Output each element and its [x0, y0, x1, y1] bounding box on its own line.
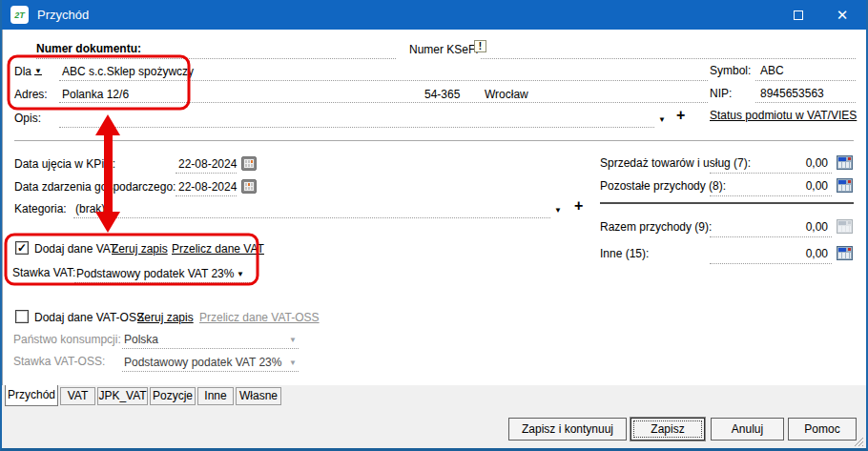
adres-field[interactable] — [59, 102, 708, 103]
symbol-label: Symbol: — [710, 64, 751, 77]
dodaj-dane-vat-checkbox[interactable]: ✓ — [15, 241, 29, 255]
dla-value[interactable]: ABC s.c.Sklep spożywczy — [62, 65, 194, 78]
numer-dokumentu-label: Numer dokumentu: — [36, 42, 141, 55]
nip-label: NIP: — [710, 87, 732, 100]
data-kpir-calendar-icon[interactable] — [241, 156, 257, 171]
postal-code-value[interactable]: 54-365 — [424, 88, 460, 101]
stawka-vat-field[interactable] — [74, 282, 250, 283]
sprzedaz-field[interactable] — [710, 173, 832, 174]
pomoc-button[interactable]: Pomoc — [788, 418, 857, 441]
pozostale-label: Pozostałe przychody (8): — [600, 179, 726, 193]
symbol-field[interactable] — [755, 80, 856, 81]
data-kpir-value[interactable]: 22-08-2024 — [178, 157, 237, 171]
panstwo-dropdown-icon: ▼ — [289, 337, 297, 344]
sprzedaz-label: Sprzedaż towarów i usług (7): — [600, 156, 751, 170]
razem-field — [710, 236, 832, 237]
kategoria-label: Kategoria: — [14, 202, 67, 215]
data-zdarzenia-label: Data zdarzenia gospodarczego: — [14, 180, 176, 194]
vat-przelicz-link[interactable]: Przelicz dane VAT — [172, 242, 264, 256]
zapisz-button[interactable]: Zapisz — [630, 418, 705, 441]
opis-dropdown-icon[interactable]: ▼ — [658, 116, 666, 124]
maximize-icon — [794, 10, 803, 20]
dla-label[interactable]: Dla▼ — [14, 65, 42, 78]
app-icon: 2T — [10, 6, 29, 24]
vat-oss-przelicz-link: Przelicz dane VAT-OSS — [199, 311, 320, 324]
razem-calculator-icon — [837, 219, 853, 234]
tab-wlasne[interactable]: Własne — [236, 387, 281, 405]
tab-vat[interactable]: VAT — [60, 387, 95, 405]
stawka-vat-oss-label: Stawka VAT-OSS: — [13, 355, 105, 368]
opis-label: Opis: — [14, 112, 41, 125]
close-button[interactable]: ✕ — [820, 0, 864, 30]
section-divider — [14, 140, 854, 141]
panstwo-konsumpcji-value: Polska — [124, 333, 158, 346]
ksef-info-icon[interactable]: ! — [474, 40, 486, 52]
symbol-value[interactable]: ABC — [760, 64, 784, 77]
titlebar: 2T Przychód — [0, 0, 868, 30]
tab-inne[interactable]: Inne — [197, 387, 234, 405]
pozostale-value[interactable]: 0,00 — [742, 179, 828, 193]
anuluj-button[interactable]: Anuluj — [711, 418, 784, 441]
pozostale-field[interactable] — [710, 195, 832, 196]
vat-vies-link[interactable]: Status podmiotu w VAT/VIES — [710, 109, 857, 122]
stawka-vat-oss-value: Podstawowy podatek VAT 23% — [124, 356, 281, 369]
kategoria-field[interactable] — [73, 217, 550, 218]
inne-field[interactable] — [710, 263, 832, 264]
numer-dokumentu-field[interactable] — [36, 58, 396, 59]
opis-add-icon[interactable]: + — [676, 109, 685, 122]
data-zdarzenia-value[interactable]: 22-08-2024 — [178, 180, 237, 194]
stawka-vat-oss-field — [122, 371, 299, 372]
stawka-vat-label: Stawka VAT: — [12, 266, 75, 279]
sprzedaz-calculator-icon[interactable] — [837, 155, 853, 170]
nip-field[interactable] — [755, 102, 856, 103]
nip-value[interactable]: 8945653563 — [760, 87, 824, 100]
vat-zeruj-zapis-link[interactable]: Zeruj zapis — [112, 242, 168, 256]
stawka-vat-value[interactable]: Podstawowy podatek VAT 23% — [76, 267, 234, 280]
kategoria-value[interactable]: (brak) — [75, 202, 105, 215]
zapisz-i-kontynuuj-button[interactable]: Zapisz i kontynuuj — [508, 418, 627, 441]
panstwo-konsumpcji-field — [122, 348, 299, 349]
dodaj-dane-vat-oss-checkbox[interactable] — [15, 310, 29, 323]
dla-dropdown-icon[interactable]: ▼ — [34, 67, 42, 75]
inne-calculator-icon[interactable] — [837, 246, 853, 260]
razem-value: 0,00 — [742, 220, 828, 234]
razem-label: Razem przychody (9): — [600, 220, 712, 234]
maximize-button[interactable] — [776, 0, 820, 30]
vat-oss-zeruj-zapis-link[interactable]: Zeruj zapis — [137, 311, 194, 324]
data-kpir-field[interactable] — [176, 173, 237, 174]
tab-przychod[interactable]: Przychód — [5, 385, 58, 406]
inne-label: Inne (15): — [600, 247, 649, 260]
przychod-dialog: 2T Przychód ✕ Numer dokumentu: Numer KSe… — [0, 0, 868, 451]
pozostale-calculator-icon[interactable] — [837, 178, 853, 193]
tab-pozycje[interactable]: Pozycje — [150, 387, 196, 405]
data-kpir-label: Data ujęcia w KPiR: — [14, 157, 115, 171]
stawka-vat-oss-dropdown-icon: ▼ — [289, 359, 297, 367]
tab-jpk-vat[interactable]: JPK_VAT — [97, 387, 148, 405]
amounts-divider — [600, 202, 854, 204]
numer-ksef-field[interactable] — [481, 58, 856, 59]
data-zdarzenia-calendar-icon[interactable] — [241, 179, 257, 194]
stawka-vat-dropdown-icon[interactable]: ▼ — [237, 271, 244, 278]
adres-value[interactable]: Polanka 12/6 — [62, 88, 129, 101]
window-title: Przychód — [37, 8, 89, 22]
inne-value[interactable]: 0,00 — [742, 247, 828, 260]
close-icon: ✕ — [837, 8, 849, 22]
adres-label: Adres: — [14, 88, 48, 101]
sprzedaz-value[interactable]: 0,00 — [742, 156, 828, 170]
panstwo-konsumpcji-label: Państwo konsumpcji: — [13, 333, 121, 346]
dodaj-dane-vat-label[interactable]: Dodaj dane VAT — [34, 242, 116, 256]
dodaj-dane-vat-oss-label[interactable]: Dodaj dane VAT-OSS — [34, 311, 144, 324]
kategoria-add-icon[interactable]: + — [574, 199, 583, 213]
dla-field[interactable] — [59, 80, 708, 81]
kategoria-dropdown-icon[interactable]: ▼ — [554, 207, 562, 215]
data-zdarzenia-field[interactable] — [176, 195, 237, 196]
resize-grip-icon[interactable] — [853, 436, 864, 447]
city-value[interactable]: Wrocław — [485, 88, 528, 101]
numer-ksef-label: Numer KSeF: — [409, 43, 479, 56]
opis-field[interactable] — [59, 127, 654, 128]
